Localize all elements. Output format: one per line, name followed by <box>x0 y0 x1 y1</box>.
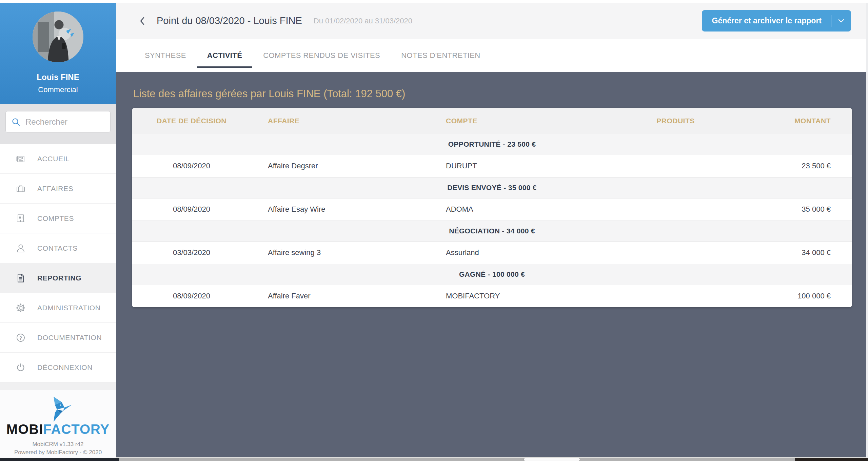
cell-affaire: Affaire Faver <box>251 285 429 307</box>
sidebar-item-label: ACCUEIL <box>37 155 70 163</box>
sidebar-item-contacts[interactable]: CONTACTS <box>0 233 116 263</box>
cell-montant: 23 500 € <box>719 155 852 177</box>
cell-affaire: Affaire sewing 3 <box>251 242 429 264</box>
gear-icon <box>13 302 28 313</box>
table-row[interactable]: 08/09/2020 Affaire Esay Wire ADOMA 35 00… <box>132 198 852 221</box>
group-label: GAGNÉ - 100 000 € <box>132 264 852 285</box>
group-label: NÉGOCIATION - 34 000 € <box>132 221 852 242</box>
affairs-table: DATE DE DÉCISION AFFAIRE COMPTE PRODUITS… <box>132 108 852 307</box>
main-column: Point du 08/03/2020 - Louis FINE Du 01/0… <box>116 3 868 458</box>
sidebar-item-label: AFFAIRES <box>37 185 73 193</box>
group-row-opportunite: OPPORTUNITÉ - 23 500 € <box>132 134 852 155</box>
sidebar-item-documentation[interactable]: ? DOCUMENTATION <box>0 323 116 353</box>
cell-affaire: Affaire Degsrer <box>251 155 429 177</box>
sidebar-item-label: ADMINISTRATION <box>37 304 101 312</box>
sidebar-item-deconnexion[interactable]: DÉCONNEXION <box>0 353 116 382</box>
cell-produits <box>632 155 719 177</box>
page-title: Point du 08/03/2020 - Louis FINE <box>157 15 302 26</box>
sidebar-footer: MOBIFACTORY MobiCRM v1.33 r42 Powered by… <box>0 390 116 458</box>
generate-report-button[interactable]: Générer et archiver le rapport <box>702 10 851 32</box>
report-file-icon <box>13 273 28 284</box>
sidebar-item-label: CONTACTS <box>37 244 78 252</box>
window-bottom-edge <box>0 457 868 458</box>
table-row[interactable]: 03/03/2020 Affaire sewing 3 Assurland 34… <box>132 242 852 264</box>
tab-comptes-rendus[interactable]: COMPTES RENDUS DE VISITES <box>263 39 380 72</box>
page-date-range: Du 01/02/2020 au 31/03/2020 <box>314 17 412 25</box>
cell-date: 03/03/2020 <box>132 242 251 264</box>
cell-montant: 35 000 € <box>719 198 852 221</box>
app-screen: Louis FINE Commercial <box>0 0 868 461</box>
sidebar-menu: ACCUEIL AFFAIRES <box>0 144 116 382</box>
svg-text:?: ? <box>19 335 22 340</box>
table-row[interactable]: 08/09/2020 Affaire Faver MOBIFACTORY 100… <box>132 285 852 307</box>
bottom-strip-corner <box>795 458 868 461</box>
tab-synthese[interactable]: SYNTHESE <box>145 39 186 72</box>
top-strip <box>0 0 868 3</box>
report-heading: Liste des affaires gérées par Louis FINE… <box>133 88 852 100</box>
powered-by: Powered by MobiFactory - © 2020 <box>14 449 102 456</box>
briefcase-icon <box>13 183 28 194</box>
chevron-down-icon[interactable] <box>831 19 851 23</box>
horizontal-scrollbar-thumb[interactable] <box>524 458 580 461</box>
cell-produits <box>632 198 719 221</box>
cell-produits <box>632 242 719 264</box>
cell-date: 08/09/2020 <box>132 198 251 221</box>
search-section <box>0 104 116 144</box>
avatar <box>33 12 83 62</box>
profile-header: Louis FINE Commercial <box>0 3 116 104</box>
generate-report-label: Générer et archiver le rapport <box>702 16 831 25</box>
help-icon: ? <box>13 332 28 343</box>
user-name: Louis FINE <box>37 72 79 82</box>
user-role: Commercial <box>38 85 78 94</box>
bottom-scrollbar-track <box>0 458 868 461</box>
cell-montant: 34 000 € <box>719 242 852 264</box>
newspaper-icon <box>13 153 28 164</box>
cell-compte: Assurland <box>429 242 632 264</box>
person-icon <box>13 243 28 254</box>
cell-affaire: Affaire Esay Wire <box>251 198 429 221</box>
page-header: Point du 08/03/2020 - Louis FINE Du 01/0… <box>116 3 868 39</box>
cell-compte: ADOMA <box>429 198 632 221</box>
tab-activite[interactable]: ACTIVITÉ <box>207 39 242 72</box>
bottom-strip-left <box>0 458 119 461</box>
back-button[interactable] <box>136 14 149 28</box>
group-row-devis-envoye: DEVIS ENVOYÉ - 35 000 € <box>132 177 852 198</box>
search-icon <box>11 117 21 127</box>
sidebar-item-affaires[interactable]: AFFAIRES <box>0 174 116 204</box>
cell-compte: MOBIFACTORY <box>429 285 632 307</box>
app-version: MobiCRM v1.33 r42 <box>32 441 83 448</box>
col-header-produits: PRODUITS <box>632 108 719 134</box>
menu-spacer <box>0 382 116 390</box>
sidebar-item-reporting[interactable]: REPORTING <box>0 263 116 293</box>
col-header-date: DATE DE DÉCISION <box>132 108 251 134</box>
search-box <box>5 111 111 132</box>
group-label: DEVIS ENVOYÉ - 35 000 € <box>132 177 852 198</box>
sidebar-item-label: REPORTING <box>37 274 81 282</box>
mobifactory-bird-logo <box>39 395 77 423</box>
cell-produits <box>632 285 719 307</box>
power-icon <box>13 362 28 373</box>
right-edge-scroll-strip <box>866 3 868 458</box>
col-header-montant: MONTANT <box>719 108 852 134</box>
report-content: Liste des affaires gérées par Louis FINE… <box>116 72 868 458</box>
cell-date: 08/09/2020 <box>132 155 251 177</box>
group-row-negociation: NÉGOCIATION - 34 000 € <box>132 221 852 242</box>
sidebar-item-accueil[interactable]: ACCUEIL <box>0 144 116 174</box>
affairs-card: DATE DE DÉCISION AFFAIRE COMPTE PRODUITS… <box>132 108 852 307</box>
sidebar-item-label: COMPTES <box>37 214 74 223</box>
tabs-bar: SYNTHESE ACTIVITÉ COMPTES RENDUS DE VISI… <box>116 39 868 72</box>
cell-compte: DURUPT <box>429 155 632 177</box>
group-label: OPPORTUNITÉ - 23 500 € <box>132 134 852 155</box>
sidebar-item-label: DOCUMENTATION <box>37 334 102 342</box>
search-input[interactable] <box>25 117 131 127</box>
sidebar-item-comptes[interactable]: COMPTES <box>0 204 116 233</box>
col-header-affaire: AFFAIRE <box>251 108 429 134</box>
sidebar: Louis FINE Commercial <box>0 3 116 458</box>
mobifactory-wordmark: MOBIFACTORY <box>6 422 110 437</box>
tab-notes-entretien[interactable]: NOTES D'ENTRETIEN <box>401 39 480 72</box>
col-header-compte: COMPTE <box>429 108 632 134</box>
cell-date: 08/09/2020 <box>132 285 251 307</box>
cell-montant: 100 000 € <box>719 285 852 307</box>
sidebar-item-administration[interactable]: ADMINISTRATION <box>0 293 116 323</box>
table-row[interactable]: 08/09/2020 Affaire Degsrer DURUPT 23 500… <box>132 155 852 177</box>
